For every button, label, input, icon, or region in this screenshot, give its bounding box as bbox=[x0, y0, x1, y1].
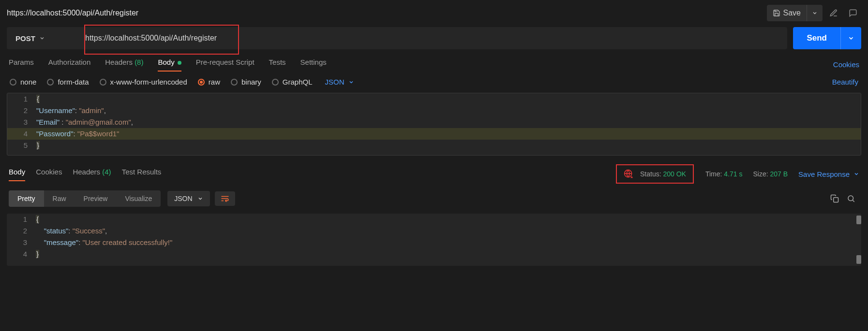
tab-label: Authorization bbox=[48, 58, 91, 66]
tab-authorization[interactable]: Authorization bbox=[48, 58, 91, 71]
json-value: "admin" bbox=[79, 106, 104, 115]
seg-label: Visualize bbox=[125, 195, 152, 202]
time-value: 4.71 s bbox=[724, 170, 742, 178]
save-dropdown[interactable] bbox=[807, 5, 823, 21]
tab-headers[interactable]: Headers (8) bbox=[105, 58, 143, 71]
chevron-down-icon bbox=[348, 79, 354, 85]
lang-label: JSON bbox=[325, 78, 344, 86]
tab-label: Pre-request Script bbox=[196, 58, 254, 66]
radio-label: raw bbox=[209, 78, 220, 86]
size-label: Size: bbox=[753, 170, 768, 178]
tab-tests[interactable]: Tests bbox=[269, 58, 286, 71]
response-tabs: Body Cookies Headers (4) Test Results St… bbox=[0, 156, 868, 184]
raw-lang-select[interactable]: JSON bbox=[325, 78, 354, 86]
body-type-xwww[interactable]: x-www-form-urlencoded bbox=[100, 78, 187, 86]
tab-label: Settings bbox=[300, 58, 327, 66]
seg-label: Raw bbox=[53, 195, 66, 202]
response-toolbar: Pretty Raw Preview Visualize JSON bbox=[0, 184, 868, 214]
gutter: 1 bbox=[7, 214, 36, 225]
response-body-editor[interactable]: 1{ 2 "status": "Success", 3 "message": "… bbox=[7, 214, 861, 266]
status-value: 200 OK bbox=[663, 170, 686, 178]
url-input[interactable] bbox=[79, 27, 787, 49]
method-label: POST bbox=[15, 34, 35, 43]
resp-tab-headers[interactable]: Headers (4) bbox=[73, 168, 111, 181]
brace: { bbox=[36, 215, 39, 223]
chevron-down-icon bbox=[812, 10, 818, 16]
seg-label: Pretty bbox=[17, 195, 35, 202]
headers-count: (4) bbox=[102, 168, 111, 176]
json-key: "status" bbox=[44, 227, 69, 235]
tab-label: Body bbox=[9, 168, 25, 176]
gutter: 5 bbox=[7, 140, 36, 151]
resp-tab-body[interactable]: Body bbox=[9, 168, 25, 181]
view-raw[interactable]: Raw bbox=[44, 190, 75, 207]
save-response-button[interactable]: Save Response bbox=[798, 170, 859, 178]
gutter: 4 bbox=[7, 248, 36, 260]
svg-point-4 bbox=[848, 196, 853, 201]
pencil-icon bbox=[829, 9, 838, 17]
gutter: 3 bbox=[7, 116, 36, 128]
radio-label: x-www-form-urlencoded bbox=[110, 78, 187, 86]
status-label: Status: bbox=[640, 170, 661, 178]
tab-label: Tests bbox=[269, 58, 286, 66]
beautify-button[interactable]: Beautify bbox=[832, 78, 858, 86]
brace: } bbox=[36, 141, 40, 149]
view-mode-segment: Pretty Raw Preview Visualize bbox=[9, 190, 161, 207]
tab-body[interactable]: Body bbox=[158, 58, 181, 71]
body-type-none[interactable]: none bbox=[10, 78, 36, 86]
search-response-button[interactable] bbox=[843, 190, 859, 207]
send-dropdown[interactable] bbox=[840, 27, 861, 49]
time-kv: Time: 4.71 s bbox=[705, 170, 743, 178]
view-pretty[interactable]: Pretty bbox=[9, 190, 44, 207]
http-method-select[interactable]: POST bbox=[7, 27, 79, 49]
radio-label: form-data bbox=[58, 78, 89, 86]
edit-button[interactable] bbox=[825, 5, 842, 21]
beautify-label: Beautify bbox=[832, 78, 858, 86]
request-body-editor[interactable]: 1{ 2"Username": "admin", 3"Email" : "adm… bbox=[7, 93, 861, 156]
radio-label: GraphQL bbox=[283, 78, 313, 86]
status-kv: Status: 200 OK bbox=[640, 170, 686, 178]
radio-label: binary bbox=[241, 78, 261, 86]
body-type-row: none form-data x-www-form-urlencoded raw… bbox=[0, 71, 868, 93]
copy-response-button[interactable] bbox=[826, 190, 843, 207]
body-type-raw[interactable]: raw bbox=[198, 78, 220, 86]
wrap-lines-button[interactable] bbox=[215, 191, 235, 206]
chevron-down-icon bbox=[39, 35, 45, 41]
save-button[interactable]: Save bbox=[767, 5, 807, 21]
response-lang-select[interactable]: JSON bbox=[167, 191, 210, 206]
globe-warning-icon[interactable] bbox=[624, 169, 633, 179]
view-preview[interactable]: Preview bbox=[75, 190, 117, 207]
json-key: "Password" bbox=[36, 130, 74, 138]
comment-button[interactable] bbox=[845, 5, 861, 21]
body-type-graphql[interactable]: GraphQL bbox=[272, 78, 313, 86]
tab-label: Params bbox=[9, 58, 34, 66]
tab-settings[interactable]: Settings bbox=[300, 58, 327, 71]
cookies-link[interactable]: Cookies bbox=[833, 60, 859, 69]
top-actions: Save bbox=[767, 5, 861, 21]
json-key: "message" bbox=[44, 238, 79, 246]
json-value: "Pa$$word1" bbox=[77, 130, 120, 138]
modified-dot-icon bbox=[178, 61, 181, 65]
copy-icon bbox=[830, 194, 839, 203]
tab-label: Test Results bbox=[122, 168, 162, 176]
resp-tab-testresults[interactable]: Test Results bbox=[122, 168, 162, 181]
json-key: "Username" bbox=[36, 106, 75, 115]
view-visualize[interactable]: Visualize bbox=[116, 190, 161, 207]
method-url-group: POST bbox=[7, 27, 787, 49]
body-type-formdata[interactable]: form-data bbox=[47, 78, 89, 86]
save-group: Save bbox=[767, 5, 823, 21]
body-type-binary[interactable]: binary bbox=[231, 78, 261, 86]
search-icon bbox=[847, 194, 855, 203]
scrollbar-thumb[interactable] bbox=[856, 216, 861, 224]
size-kv: Size: 207 B bbox=[753, 170, 788, 178]
send-group: Send bbox=[793, 27, 861, 49]
json-key: "Email" bbox=[36, 118, 60, 126]
tab-prerequest[interactable]: Pre-request Script bbox=[196, 58, 254, 71]
resp-tab-cookies[interactable]: Cookies bbox=[36, 168, 62, 181]
tab-label: Cookies bbox=[36, 168, 62, 176]
seg-label: Preview bbox=[84, 195, 108, 202]
scrollbar-thumb[interactable] bbox=[856, 255, 861, 264]
tab-params[interactable]: Params bbox=[9, 58, 34, 71]
send-button[interactable]: Send bbox=[793, 27, 840, 49]
chevron-down-icon bbox=[848, 35, 854, 42]
